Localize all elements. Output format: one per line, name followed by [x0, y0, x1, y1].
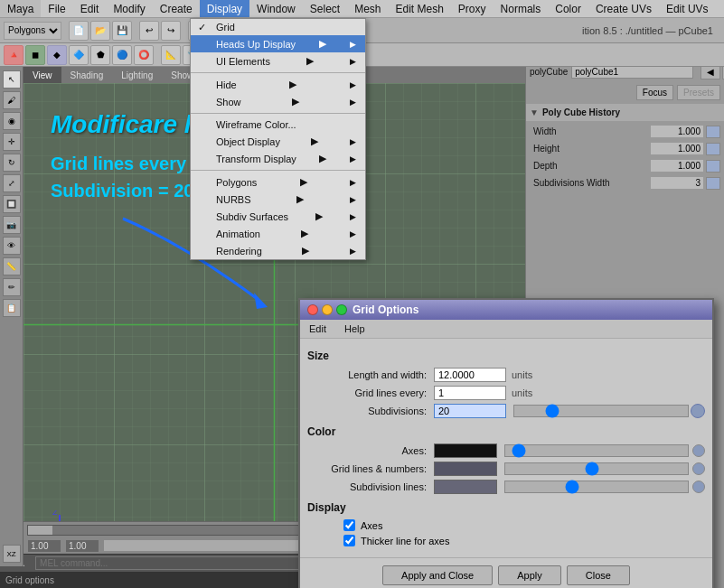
menu-edit-uvs[interactable]: Edit UVs: [659, 0, 716, 17]
tool-sculpt[interactable]: ◉: [3, 112, 21, 130]
toolbar-icon-redo[interactable]: ↪: [161, 21, 181, 41]
dialog-gridlines-color-box[interactable]: [434, 462, 497, 476]
focus-button[interactable]: Focus: [636, 85, 673, 100]
menu-select[interactable]: Select: [303, 0, 347, 17]
menu-mesh[interactable]: Mesh: [347, 0, 388, 17]
menu-file[interactable]: File: [41, 0, 72, 17]
toolbar-icon-undo[interactable]: ↩: [139, 21, 159, 41]
apply-button[interactable]: Apply: [498, 565, 561, 585]
tool-move[interactable]: ✛: [3, 133, 21, 151]
tool-select[interactable]: ↖: [3, 70, 21, 89]
dropdown-item-subdiv[interactable]: Subdiv Surfaces ▶: [191, 208, 365, 225]
dialog-maximize-btn[interactable]: [336, 304, 347, 315]
dialog-subdivisions-label: Subdivisions:: [307, 406, 434, 416]
dialog-axes-checkbox[interactable]: [343, 519, 355, 531]
tool-camera[interactable]: 📷: [3, 216, 21, 234]
shelf-icon-3[interactable]: ◆: [47, 45, 67, 65]
mode-select[interactable]: Polygons: [4, 22, 61, 40]
menu-create[interactable]: Create: [153, 0, 200, 17]
dialog-gridlines-color-circle[interactable]: [692, 462, 705, 475]
tool-view[interactable]: 👁: [3, 237, 21, 255]
dropdown-item-transform-display[interactable]: Transform Display ▶: [191, 150, 365, 167]
dialog-length-input[interactable]: [434, 368, 506, 382]
menu-window[interactable]: Window: [249, 0, 303, 17]
tool-rotate[interactable]: ↻: [3, 154, 21, 172]
dialog-axes-color-circle[interactable]: [692, 444, 705, 457]
tool-measure[interactable]: 📏: [3, 257, 21, 275]
dialog-menu-help[interactable]: Help: [335, 322, 374, 336]
apply-and-close-button[interactable]: Apply and Close: [382, 565, 493, 585]
channel-attr-height-slider[interactable]: [706, 143, 720, 155]
dialog-thicker-checkbox[interactable]: [343, 535, 355, 546]
channel-name-input[interactable]: [571, 65, 693, 79]
dropdown-item-hud[interactable]: Heads Up Display ▶: [191, 35, 365, 52]
viewport-tab-lighting[interactable]: Lighting: [112, 67, 162, 83]
shelf-icon-2[interactable]: ◼: [25, 45, 45, 65]
dropdown-item-show[interactable]: Show ▶: [191, 93, 365, 110]
dialog-sublines-color-slider[interactable]: [504, 481, 689, 493]
shelf-icon-4[interactable]: 🔷: [69, 45, 89, 65]
tool-axis[interactable]: XZ: [3, 545, 21, 563]
dialog-gridlines-color-slider[interactable]: [504, 462, 689, 475]
channel-attr-subdiv-width-value[interactable]: [650, 176, 704, 190]
dropdown-item-rendering[interactable]: Rendering ▶: [191, 242, 365, 259]
close-button[interactable]: Close: [567, 565, 630, 585]
tool-snap[interactable]: 🔲: [3, 195, 21, 213]
dropdown-item-nurbs[interactable]: NURBS ▶: [191, 191, 365, 208]
channel-attr-width-value[interactable]: [650, 125, 704, 138]
dialog-sublines-color-circle[interactable]: [692, 481, 705, 493]
menu-normals[interactable]: Normals: [494, 0, 549, 17]
presets-button[interactable]: Presets: [677, 85, 720, 100]
dialog-close-btn[interactable]: [307, 304, 318, 315]
shelf-icon-1[interactable]: 🔺: [4, 45, 24, 65]
menu-bar: Maya File Edit Modify Create Display Win…: [0, 0, 724, 18]
timeline-playhead: [28, 526, 52, 535]
dialog-subdivisions-input[interactable]: [434, 404, 506, 418]
tool-layer[interactable]: 📋: [3, 299, 21, 317]
channel-attr-depth-value[interactable]: [650, 159, 704, 173]
menu-display[interactable]: Display: [200, 0, 249, 17]
menu-edit-mesh[interactable]: Edit Mesh: [389, 0, 451, 17]
tool-paint[interactable]: 🖌: [3, 91, 21, 109]
shelf-icon-5[interactable]: ⬟: [90, 45, 110, 65]
channel-attr-depth-slider[interactable]: [706, 160, 720, 173]
channel-attr-height-value[interactable]: [650, 142, 704, 155]
toolbar-icon-new[interactable]: 📄: [69, 21, 89, 41]
shelf-icon-8[interactable]: 📐: [161, 45, 181, 65]
tool-scale[interactable]: ⤢: [3, 174, 21, 192]
dialog-minimize-btn[interactable]: [322, 304, 333, 315]
menu-maya[interactable]: Maya: [0, 0, 41, 17]
dialog-sublines-color-box[interactable]: [434, 480, 497, 494]
channel-attr-subdiv-width-slider[interactable]: [706, 177, 720, 190]
shelf-icon-6[interactable]: 🔵: [112, 45, 132, 65]
menu-color[interactable]: Color: [548, 0, 588, 17]
dropdown-item-hide[interactable]: Hide ▶: [191, 76, 365, 93]
shelf-icon-7[interactable]: ⭕: [134, 45, 154, 65]
dialog-subdivisions-slider[interactable]: [513, 405, 689, 417]
menu-proxy[interactable]: Proxy: [451, 0, 494, 17]
viewport-tab-view[interactable]: View: [24, 67, 61, 83]
range-start-field[interactable]: [27, 539, 61, 553]
dropdown-item-polygons[interactable]: Polygons ▶: [191, 173, 365, 191]
dropdown-item-wireframe[interactable]: Wireframe Color...: [191, 117, 365, 133]
dropdown-item-grid[interactable]: Grid: [191, 19, 365, 35]
dropdown-item-object-display[interactable]: Object Display ▶: [191, 133, 365, 150]
menu-modify[interactable]: Modify: [106, 0, 152, 17]
dialog-menu-edit[interactable]: Edit: [300, 322, 335, 336]
dropdown-arrow-nurbs: ▶: [296, 193, 304, 205]
dialog-axes-color-box[interactable]: [434, 443, 497, 458]
dropdown-item-ui-elements[interactable]: UI Elements ▶: [191, 52, 365, 70]
menu-edit[interactable]: Edit: [73, 0, 107, 17]
toolbar-icon-save[interactable]: 💾: [112, 21, 132, 41]
menu-create-uvs[interactable]: Create UVs: [588, 0, 659, 17]
tool-annotate[interactable]: ✏: [3, 278, 21, 296]
dialog-axes-color-slider[interactable]: [504, 444, 689, 457]
viewport-tab-shading[interactable]: Shading: [61, 67, 113, 83]
dropdown-item-animation[interactable]: Animation ▶: [191, 225, 365, 242]
toolbar-icon-open[interactable]: 📂: [90, 21, 110, 41]
range-end-field[interactable]: [65, 539, 99, 553]
dialog-gridlines-input[interactable]: [434, 386, 506, 400]
channel-attr-width-slider[interactable]: [706, 126, 720, 138]
dialog-subdivisions-circle[interactable]: [691, 404, 705, 418]
display-dropdown: Grid Heads Up Display ▶ UI Elements ▶ Hi…: [190, 18, 366, 260]
